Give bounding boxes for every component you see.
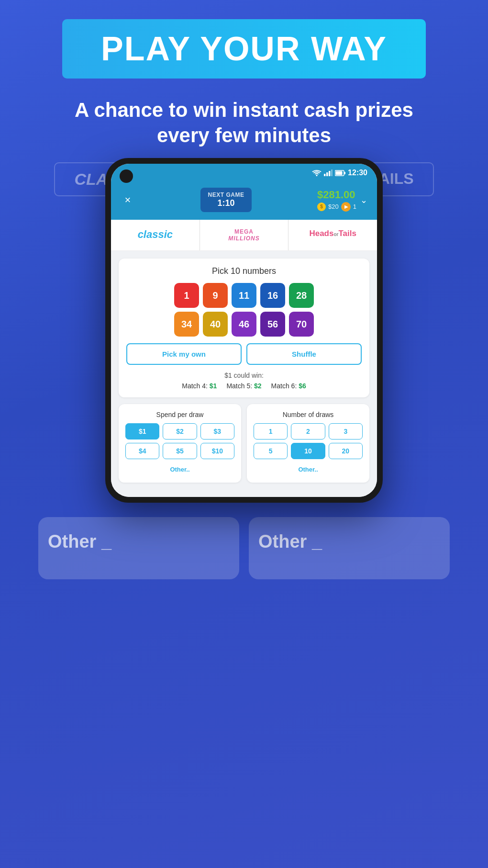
num-ball-28[interactable]: 28: [289, 283, 314, 308]
tab-heads-label: Heads: [309, 229, 333, 238]
signal-icon: [324, 169, 333, 176]
draws-opt-1[interactable]: 1: [254, 423, 288, 440]
close-button[interactable]: ×: [121, 194, 135, 206]
pick-numbers-card: Pick 10 numbers 1 9 11 16 28 34 40 46: [119, 259, 369, 397]
game-tabs: classic MEGA MILLIONS HeadsorTails: [111, 220, 377, 251]
play-icon: [341, 202, 351, 212]
play-banner: PLAY YOUR WAY: [62, 19, 426, 79]
match5: Match 5: $2: [226, 382, 261, 390]
spend-per-draw-card: Spend per draw $1 $2 $3 $4 $5 $10 Other.…: [119, 404, 241, 483]
tab-mega-millions[interactable]: MEGA MILLIONS: [200, 220, 289, 250]
number-of-draws-title: Number of draws: [254, 411, 363, 418]
draws-other-button[interactable]: Other..: [254, 463, 363, 476]
match5-label: Match 5:: [226, 382, 252, 390]
phone-body: 12:30 × NEXT GAME 1:10 $281.00 $ $20: [105, 158, 383, 503]
num-ball-46[interactable]: 46: [232, 312, 256, 337]
svg-rect-6: [336, 171, 343, 175]
spend-per-draw-title: Spend per draw: [125, 411, 234, 418]
draws-options-grid: 1 2 3 5 10 20: [254, 423, 363, 459]
battery-icon: [335, 170, 345, 176]
next-game-display: NEXT GAME 1:10: [200, 188, 252, 212]
tab-classic[interactable]: classic: [111, 220, 200, 250]
svg-rect-4: [331, 169, 333, 176]
match4-label: Match 4:: [182, 382, 208, 390]
spend-options-grid: $1 $2 $3 $4 $5 $10: [125, 423, 234, 459]
tab-or-label: or: [333, 232, 338, 237]
balance-plays: 1: [353, 203, 356, 210]
win-matches: Match 4: $1 Match 5: $2 Match 6: $6: [126, 382, 362, 390]
num-ball-11[interactable]: 11: [232, 283, 256, 308]
status-time: 12:30: [348, 169, 367, 177]
spend-opt-1[interactable]: $1: [125, 423, 159, 440]
match4-value: $1: [210, 382, 217, 390]
options-row: Spend per draw $1 $2 $3 $4 $5 $10 Other.…: [119, 404, 369, 483]
balance-coins: $20: [328, 203, 339, 210]
match6: Match 6: $6: [271, 382, 306, 390]
wifi-icon: [312, 169, 322, 176]
match6-value: $6: [299, 382, 306, 390]
match6-label: Match 6:: [271, 382, 297, 390]
num-ball-70[interactable]: 70: [289, 312, 314, 337]
main-content: Pick 10 numbers 1 9 11 16 28 34 40 46: [111, 251, 377, 497]
phone-mockup: 12:30 × NEXT GAME 1:10 $281.00 $ $20: [0, 158, 488, 503]
num-ball-16[interactable]: 16: [260, 283, 285, 308]
tab-mega-label: MEGA: [204, 228, 285, 235]
numbers-row-2: 34 40 46 56 70: [174, 312, 314, 337]
num-ball-56[interactable]: 56: [260, 312, 285, 337]
tab-classic-label: classic: [138, 228, 173, 240]
spend-opt-5[interactable]: $5: [163, 443, 197, 459]
numbers-row-1: 1 9 11 16 28: [174, 283, 314, 308]
coin-icon: $: [317, 203, 326, 211]
svg-rect-1: [324, 174, 326, 176]
spend-opt-4[interactable]: $4: [125, 443, 159, 459]
bottom-card-left-text: Other _: [48, 531, 230, 552]
draws-opt-10[interactable]: 10: [291, 443, 325, 459]
bottom-card-right: Other _: [249, 517, 450, 579]
spend-opt-3[interactable]: $3: [200, 423, 234, 440]
match5-value: $2: [254, 382, 262, 390]
pick-my-own-button[interactable]: Pick my own: [126, 343, 242, 365]
balance-amount: $281.00: [317, 189, 356, 201]
next-game-time: 1:10: [208, 198, 244, 208]
win-info: $1 could win: Match 4: $1 Match 5: $2: [126, 372, 362, 390]
spend-opt-2[interactable]: $2: [163, 423, 197, 440]
pick-numbers-title: Pick 10 numbers: [126, 266, 362, 276]
tab-heads-tails[interactable]: HeadsorTails: [288, 220, 377, 250]
svg-rect-2: [326, 172, 328, 176]
banner-title: PLAY YOUR WAY: [81, 30, 407, 68]
draws-opt-5[interactable]: 5: [254, 443, 288, 459]
phone-camera: [120, 169, 133, 183]
subtitle: A chance to win instant cash prizes ever…: [62, 98, 426, 148]
match4: Match 4: $1: [182, 382, 217, 390]
win-label: $1 could win:: [126, 372, 362, 379]
svg-rect-7: [344, 172, 346, 174]
phone-screen: 12:30 × NEXT GAME 1:10 $281.00 $ $20: [111, 164, 377, 497]
svg-rect-3: [329, 171, 331, 176]
bottom-card-left: Other _: [38, 517, 239, 579]
draws-opt-2[interactable]: 2: [291, 423, 325, 440]
number-of-draws-card: Number of draws 1 2 3 5 10 20 Other..: [247, 404, 369, 483]
num-ball-1[interactable]: 1: [174, 283, 199, 308]
tab-tails-label: Tails: [338, 229, 356, 238]
svg-point-0: [316, 175, 318, 176]
shuffle-button[interactable]: Shuffle: [246, 343, 362, 365]
status-bar: 12:30: [111, 164, 377, 182]
numbers-grid: 1 9 11 16 28 34 40 46 56 70: [126, 283, 362, 337]
balance-chevron[interactable]: ⌄: [360, 195, 367, 205]
draws-opt-3[interactable]: 3: [329, 423, 363, 440]
top-bar: × NEXT GAME 1:10 $281.00 $ $20 1: [111, 182, 377, 220]
balance-info: $281.00 $ $20 1: [317, 189, 356, 212]
balance-area: $281.00 $ $20 1 ⌄: [317, 189, 367, 212]
next-game-label: NEXT GAME: [208, 192, 244, 198]
num-ball-9[interactable]: 9: [203, 283, 228, 308]
bottom-card-right-text: Other _: [258, 531, 440, 552]
num-ball-40[interactable]: 40: [203, 312, 228, 337]
num-ball-34[interactable]: 34: [174, 312, 199, 337]
status-icons: 12:30: [312, 169, 367, 177]
action-buttons: Pick my own Shuffle: [126, 343, 362, 365]
bottom-cards-area: Other _ Other _: [0, 517, 488, 598]
spend-opt-10[interactable]: $10: [200, 443, 234, 459]
spend-other-button[interactable]: Other..: [125, 463, 234, 476]
draws-opt-20[interactable]: 20: [329, 443, 363, 459]
tab-millions-label: MILLIONS: [204, 235, 285, 242]
